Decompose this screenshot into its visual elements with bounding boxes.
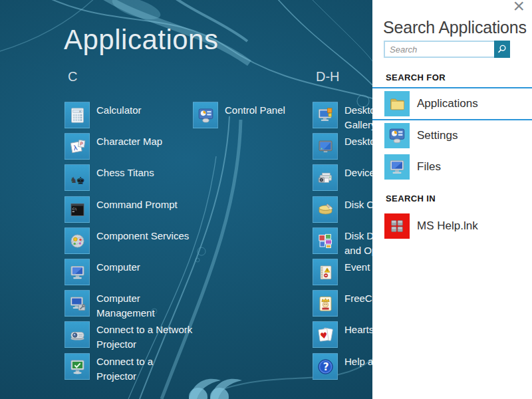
panel-item-label: MS Help.lnk <box>417 219 478 233</box>
calculator-icon: 8 <box>65 102 90 128</box>
app-label: Component Services <box>96 227 189 254</box>
search-button[interactable] <box>494 41 510 58</box>
svg-text:♚: ♚ <box>76 175 84 186</box>
search-input[interactable] <box>384 41 494 58</box>
search-for-item-applications[interactable]: Applications <box>372 87 532 120</box>
app-item-component-services[interactable]: Component Services <box>65 227 214 254</box>
app-item-computer-management[interactable]: ComputerManagement <box>65 290 214 321</box>
search-for-header: SEARCH FOR <box>386 72 446 82</box>
freecell-icon <box>313 290 338 317</box>
applications-folder-icon <box>384 91 410 116</box>
command-prompt-icon: C:\ <box>65 196 90 223</box>
app-label: Computer <box>96 259 140 285</box>
app-item-command-prompt[interactable]: C:\Command Prompt <box>65 196 214 223</box>
app-item-calculator[interactable]: 8Calculator <box>65 102 214 128</box>
svg-text:C:\: C:\ <box>72 207 76 211</box>
desktop-gadget-icon <box>313 102 338 128</box>
search-in-item-ms-help-lnk[interactable]: MS Help.lnk <box>372 210 532 241</box>
app-item-connect-to-a-network-projector[interactable]: Connect to a NetworkProjector <box>65 321 214 352</box>
computer-icon <box>65 259 90 285</box>
event-viewer-icon <box>313 259 338 285</box>
app-label: Chess Titans <box>96 164 154 191</box>
app-item-chess-titans[interactable]: ♞♚Chess Titans <box>65 164 214 191</box>
search-icon <box>495 43 509 56</box>
character-map-icon: λP <box>65 133 90 160</box>
files-icon <box>384 154 410 180</box>
chess-titans-icon: ♞♚ <box>65 164 90 191</box>
panel-item-label: Settings <box>417 129 458 142</box>
desktop-lnk-icon <box>313 133 338 160</box>
settings-icon <box>384 123 410 148</box>
group-header-c: C <box>68 69 77 84</box>
network-projector-icon <box>65 321 90 348</box>
panel-item-label: Applications <box>417 97 478 110</box>
search-bar <box>384 41 510 58</box>
app-label: Calculator <box>96 102 142 128</box>
defrag-icon <box>313 227 338 254</box>
search-for-item-files[interactable]: Files <box>372 151 532 182</box>
app-item-computer[interactable]: Computer <box>65 259 214 285</box>
app-label: ComputerManagement <box>96 290 155 321</box>
disk-cleanup-icon <box>313 196 338 223</box>
svg-text:♥: ♥ <box>319 331 328 340</box>
app-label: Command Prompt <box>96 196 178 223</box>
search-in-header: SEARCH IN <box>386 194 436 203</box>
app-label: Control Panel <box>225 102 285 128</box>
app-item-character-map[interactable]: λPCharacter Map <box>65 133 214 160</box>
help-icon: ? <box>313 353 338 380</box>
start-screen: Applications C8CalculatorλPCharacter Map… <box>0 0 532 399</box>
devices-printers-icon <box>313 164 338 191</box>
search-for-item-settings[interactable]: Settings <box>372 120 532 151</box>
page-title: Applications <box>64 24 218 56</box>
app-label: Character Map <box>96 133 162 160</box>
computer-management-icon <box>65 290 90 317</box>
app-item-connect-to-a-projector[interactable]: Connect to aProjector <box>65 353 214 384</box>
panel-item-label: Files <box>417 160 441 174</box>
app-label: Connect to a NetworkProjector <box>96 321 192 352</box>
ms-help-icon <box>384 213 410 239</box>
app-label: Hearts <box>344 321 374 348</box>
connect-projector-icon <box>65 353 90 380</box>
component-services-icon <box>65 227 90 254</box>
hearts-icon: ♥ <box>313 321 338 348</box>
svg-text:?: ? <box>323 360 329 372</box>
close-icon[interactable]: × <box>513 0 525 16</box>
app-label: Connect to aProjector <box>96 353 153 384</box>
group-header-d-h: D-H <box>316 69 340 84</box>
control-panel-icon <box>193 102 218 128</box>
search-panel: × Search Applications SEARCH FOR Applica… <box>372 0 532 399</box>
search-panel-title: Search Applications <box>383 18 527 37</box>
